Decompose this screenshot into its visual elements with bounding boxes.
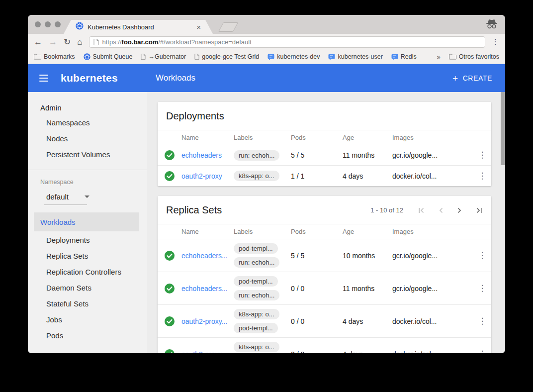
column-age: Age bbox=[343, 228, 392, 235]
bookmark-google-gce-test-grid[interactable]: google-gce Test Grid bbox=[194, 53, 259, 60]
sidebar-item-workloads[interactable]: Workloads bbox=[34, 212, 139, 231]
sidebar-item[interactable]: Replica Sets bbox=[28, 248, 147, 264]
deployments-table-body: echoheaders run: echoh... 5 / 5 11 month… bbox=[158, 145, 491, 186]
label-chip: k8s-app: o... bbox=[234, 342, 279, 352]
bookmark-kubernetes-user[interactable]: kubernetes-user bbox=[328, 53, 382, 60]
other-bookmarks-folder[interactable]: Otros favoritos bbox=[449, 53, 499, 60]
hamburger-menu-icon[interactable] bbox=[39, 75, 48, 82]
new-tab-button[interactable] bbox=[218, 22, 238, 32]
resource-name-link[interactable]: oauth2-proxy bbox=[181, 172, 234, 180]
namespace-underline bbox=[44, 204, 87, 205]
resource-name-link[interactable]: oauth2-proxy... bbox=[181, 350, 234, 354]
resource-name-link[interactable]: oauth2-proxy... bbox=[181, 317, 234, 325]
bookmark-submit-queue[interactable]: Submit Queue bbox=[84, 53, 133, 60]
row-menu-icon[interactable]: ⋮ bbox=[473, 286, 491, 291]
address-bar[interactable]: https://foo.bar.com/#/workload?namespace… bbox=[89, 36, 485, 48]
dropdown-caret-icon bbox=[85, 196, 89, 198]
label-chip: pod-templ... bbox=[234, 323, 278, 333]
deployments-card: Deployments Name Labels Pods Age Images … bbox=[158, 102, 491, 186]
sidebar-item[interactable]: Stateful Sets bbox=[28, 296, 147, 312]
resource-name-link[interactable]: echoheaders bbox=[181, 151, 234, 159]
window-controls[interactable] bbox=[35, 21, 61, 27]
label-chip: run: echoh... bbox=[234, 257, 279, 268]
previous-page-icon[interactable] bbox=[439, 207, 444, 214]
next-page-icon[interactable] bbox=[457, 207, 462, 214]
status-ok-icon bbox=[158, 251, 181, 261]
home-button[interactable]: ⌂ bbox=[77, 38, 82, 46]
labels-cell: k8s-app: o...pod-templ... bbox=[234, 342, 291, 353]
replica-sets-card-title: Replica Sets bbox=[166, 204, 222, 216]
sidebar-item[interactable]: Persistent Volumes bbox=[28, 147, 147, 163]
browser-menu-icon[interactable]: ⋮ bbox=[492, 37, 499, 46]
age-cell: 11 months bbox=[343, 151, 392, 159]
namespace-select[interactable]: default bbox=[46, 193, 147, 201]
sidebar-item[interactable]: Deployments bbox=[28, 232, 147, 248]
minimize-window-button[interactable] bbox=[45, 21, 51, 27]
create-button[interactable]: + CREATE bbox=[452, 74, 492, 83]
sidebar-item-admin[interactable]: Admin bbox=[40, 103, 147, 112]
resource-name-link[interactable]: echoheaders... bbox=[181, 285, 234, 293]
close-tab-icon[interactable]: × bbox=[196, 23, 201, 31]
table-header: Name Labels Pods Age Images bbox=[158, 130, 491, 145]
kubernetes-favicon-icon bbox=[76, 22, 84, 32]
sidebar-item[interactable]: Namespaces bbox=[28, 115, 147, 131]
label-chip: run: echoh... bbox=[234, 150, 279, 161]
bookmark-bookmarks[interactable]: Bookmarks bbox=[34, 53, 75, 60]
row-menu-icon[interactable]: ⋮ bbox=[473, 153, 491, 157]
images-cell: gcr.io/google... bbox=[392, 151, 473, 159]
last-page-icon[interactable] bbox=[475, 207, 482, 214]
deployments-card-title: Deployments bbox=[166, 110, 224, 122]
close-window-button[interactable] bbox=[35, 21, 41, 27]
column-images: Images bbox=[392, 228, 473, 235]
scrollbar-thumb[interactable] bbox=[501, 92, 505, 165]
reload-button[interactable]: ↻ bbox=[64, 38, 71, 46]
replica-sets-table-body: echoheaders... pod-templ...run: echoh...… bbox=[158, 239, 491, 353]
label-chip: k8s-app: o... bbox=[234, 309, 279, 319]
pagination-range: 1 - 10 of 12 bbox=[370, 206, 403, 214]
sidebar-item[interactable]: Jobs bbox=[28, 312, 147, 328]
column-pods: Pods bbox=[291, 134, 343, 141]
chat-icon bbox=[328, 54, 335, 60]
forward-button[interactable]: → bbox=[49, 38, 57, 46]
age-cell: 4 days bbox=[343, 317, 392, 325]
browser-tab[interactable]: Kubernetes Dashboard × bbox=[64, 20, 213, 34]
table-row: oauth2-proxy... k8s-app: o...pod-templ..… bbox=[158, 338, 491, 353]
sidebar-item[interactable]: Replication Controllers bbox=[28, 264, 147, 280]
page-icon bbox=[93, 39, 99, 45]
page-icon bbox=[141, 54, 146, 60]
pods-cell: 0 / 0 bbox=[291, 350, 343, 354]
column-name: Name bbox=[181, 228, 234, 235]
column-name: Name bbox=[181, 134, 234, 141]
sidebar-item[interactable]: Daemon Sets bbox=[28, 280, 147, 296]
pods-cell: 0 / 0 bbox=[291, 317, 343, 325]
bookmark-redis[interactable]: Redis bbox=[391, 53, 417, 60]
row-menu-icon[interactable]: ⋮ bbox=[473, 319, 491, 323]
folder-icon bbox=[449, 54, 456, 60]
tab-title: Kubernetes Dashboard bbox=[88, 23, 192, 31]
sidebar-item[interactable]: Pods bbox=[28, 328, 147, 344]
bookmark-gubernator[interactable]: →Gubernator bbox=[141, 53, 186, 60]
pods-cell: 1 / 1 bbox=[291, 172, 343, 180]
column-labels: Labels bbox=[234, 134, 291, 141]
bookmarks-overflow-icon[interactable]: » bbox=[437, 53, 440, 61]
bookmark-kubernetes-dev[interactable]: kubernetes-dev bbox=[267, 53, 320, 60]
images-cell: docker.io/col... bbox=[392, 172, 473, 180]
zoom-window-button[interactable] bbox=[55, 21, 61, 27]
kubernetes-logo: kubernetes bbox=[61, 72, 118, 84]
browser-window: Kubernetes Dashboard × ← → ↻ ⌂ https://f… bbox=[28, 15, 505, 353]
row-menu-icon[interactable]: ⋮ bbox=[473, 352, 491, 353]
row-menu-icon[interactable]: ⋮ bbox=[473, 253, 491, 258]
resource-name-link[interactable]: echoheaders... bbox=[181, 252, 234, 260]
sidebar-item[interactable]: Nodes bbox=[28, 131, 147, 147]
status-ok-icon bbox=[158, 284, 181, 294]
first-page-icon[interactable] bbox=[418, 207, 425, 214]
page-title: Workloads bbox=[156, 73, 195, 83]
age-cell: 4 days bbox=[343, 350, 392, 354]
chat-icon bbox=[267, 54, 274, 60]
kubernetes-icon bbox=[84, 53, 90, 60]
browser-titlebar: Kubernetes Dashboard × bbox=[28, 15, 505, 34]
admin-items-list: Namespaces Nodes Persistent Volumes bbox=[28, 115, 147, 163]
url-host: foo.bar.com bbox=[122, 38, 159, 46]
back-button[interactable]: ← bbox=[34, 38, 42, 46]
row-menu-icon[interactable]: ⋮ bbox=[473, 174, 491, 178]
